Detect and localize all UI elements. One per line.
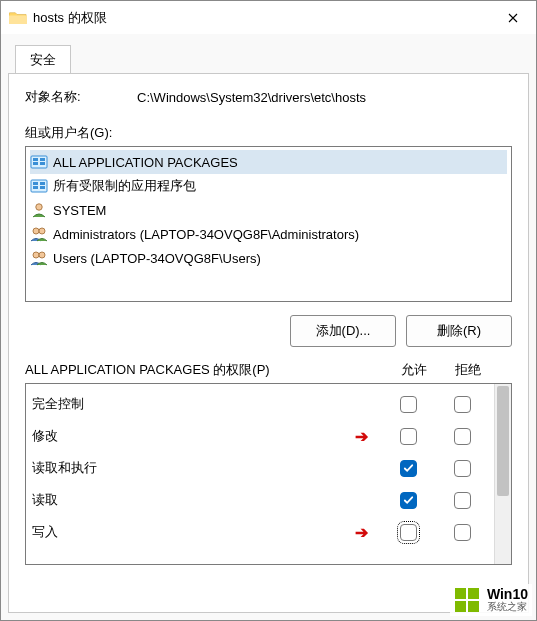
svg-point-14: [39, 252, 45, 258]
user-icon: [30, 201, 48, 219]
watermark-line2: 系统之家: [487, 601, 528, 613]
scrollbar[interactable]: [494, 384, 511, 564]
svg-point-10: [36, 204, 42, 210]
tab-panel: 对象名称: C:\Windows\System32\drivers\etc\ho…: [8, 73, 529, 613]
button-row: 添加(D)... 删除(R): [25, 315, 512, 347]
package-icon: [30, 177, 48, 195]
svg-rect-3: [40, 158, 45, 161]
add-button[interactable]: 添加(D)...: [290, 315, 396, 347]
watermark-line1: Win10: [487, 587, 528, 601]
permissions-box: 完全控制修改➔读取和执行读取写入➔: [25, 383, 512, 565]
permission-row: 完全控制: [32, 388, 488, 420]
titlebar: hosts 的权限: [1, 1, 536, 34]
deny-checkbox[interactable]: [454, 396, 471, 413]
deny-checkbox[interactable]: [454, 428, 471, 445]
allow-checkbox[interactable]: [400, 460, 417, 477]
remove-button[interactable]: 删除(R): [406, 315, 512, 347]
svg-rect-6: [33, 182, 38, 185]
permission-row: 读取: [32, 484, 488, 516]
permission-label: 修改: [32, 427, 380, 445]
allow-checkbox[interactable]: [400, 524, 417, 541]
svg-rect-4: [40, 162, 45, 165]
group-icon: [30, 225, 48, 243]
svg-point-12: [39, 228, 45, 234]
group-item[interactable]: ALL APPLICATION PACKAGES: [30, 150, 507, 174]
allow-checkbox[interactable]: [400, 396, 417, 413]
deny-checkbox[interactable]: [454, 460, 471, 477]
scrollbar-thumb[interactable]: [497, 386, 509, 496]
permission-row: 写入➔: [32, 516, 488, 548]
deny-checkbox[interactable]: [454, 492, 471, 509]
permission-label: 读取和执行: [32, 459, 380, 477]
permission-row: 修改➔: [32, 420, 488, 452]
package-icon: [30, 153, 48, 171]
allow-checkbox[interactable]: [400, 428, 417, 445]
svg-rect-16: [468, 588, 479, 599]
svg-rect-2: [33, 162, 38, 165]
group-item[interactable]: Administrators (LAPTOP-34OVQG8F\Administ…: [30, 222, 507, 246]
permissions-table: 完全控制修改➔读取和执行读取写入➔: [26, 384, 494, 564]
group-item[interactable]: Users (LAPTOP-34OVQG8F\Users): [30, 246, 507, 270]
group-item-label: ALL APPLICATION PACKAGES: [53, 155, 238, 170]
object-name-value: C:\Windows\System32\drivers\etc\hosts: [137, 90, 366, 105]
tab-strip: 安全: [1, 34, 536, 73]
permission-row: 读取和执行: [32, 452, 488, 484]
window-title: hosts 的权限: [33, 9, 490, 27]
permissions-header: ALL APPLICATION PACKAGES 的权限(P) 允许 拒绝: [25, 361, 512, 379]
group-item[interactable]: 所有受限制的应用程序包: [30, 174, 507, 198]
close-button[interactable]: [490, 1, 536, 34]
watermark: Win10 系统之家: [450, 584, 532, 616]
object-name-label: 对象名称:: [25, 88, 137, 106]
group-item-label: 所有受限制的应用程序包: [53, 177, 196, 195]
permission-label: 写入: [32, 523, 380, 541]
group-list[interactable]: ALL APPLICATION PACKAGES所有受限制的应用程序包SYSTE…: [25, 146, 512, 302]
deny-checkbox[interactable]: [454, 524, 471, 541]
folder-icon: [9, 10, 27, 25]
svg-rect-18: [468, 601, 479, 612]
object-name-row: 对象名称: C:\Windows\System32\drivers\etc\ho…: [25, 88, 512, 106]
svg-rect-9: [40, 186, 45, 189]
svg-rect-1: [33, 158, 38, 161]
column-allow: 允许: [386, 361, 442, 379]
svg-rect-17: [455, 601, 466, 612]
group-item-label: Administrators (LAPTOP-34OVQG8F\Administ…: [53, 227, 359, 242]
group-item-label: Users (LAPTOP-34OVQG8F\Users): [53, 251, 261, 266]
svg-point-13: [33, 252, 39, 258]
permissions-for-label: ALL APPLICATION PACKAGES 的权限(P): [25, 361, 386, 379]
svg-rect-15: [455, 588, 466, 599]
permission-label: 读取: [32, 491, 380, 509]
group-item-label: SYSTEM: [53, 203, 106, 218]
group-item[interactable]: SYSTEM: [30, 198, 507, 222]
properties-dialog: hosts 的权限 安全 对象名称: C:\Windows\System32\d…: [0, 0, 537, 621]
svg-rect-7: [33, 186, 38, 189]
tab-security[interactable]: 安全: [15, 45, 71, 74]
column-deny: 拒绝: [442, 361, 494, 379]
svg-point-11: [33, 228, 39, 234]
client-area: 安全 对象名称: C:\Windows\System32\drivers\etc…: [1, 34, 536, 620]
allow-checkbox[interactable]: [400, 492, 417, 509]
group-icon: [30, 249, 48, 267]
windows-logo-icon: [454, 586, 482, 614]
permission-label: 完全控制: [32, 395, 380, 413]
groups-label: 组或用户名(G):: [25, 124, 512, 142]
svg-rect-8: [40, 182, 45, 185]
